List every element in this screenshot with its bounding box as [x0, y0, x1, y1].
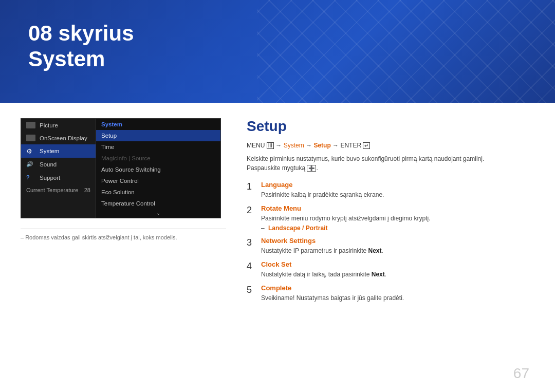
- step-desc-rotate: Pasirinkite meniu rodymo kryptį atsižvel…: [261, 214, 529, 223]
- setup-content: Setup MENU III → System → Setup → ENTER …: [247, 118, 529, 308]
- step-desc-complete: Sveikiname! Nustatymas baigtas ir jūs ga…: [261, 293, 529, 303]
- page-number: 67: [513, 365, 529, 382]
- step-number-4: 4: [247, 260, 255, 272]
- picture-icon: [26, 122, 35, 128]
- step-content-3: Network Settings Nustatykite IP parametr…: [261, 237, 529, 255]
- step-item-1: 1 Language Pasirinkite kalbą ir pradėkit…: [247, 181, 529, 199]
- main-content: Picture OnScreen Display System Sound Su…: [0, 103, 555, 318]
- osd-item-onscreen[interactable]: OnScreen Display: [21, 132, 96, 144]
- onscreen-icon: [26, 135, 35, 141]
- step-label-complete: Complete: [261, 284, 529, 292]
- osd-left-panel: Picture OnScreen Display System Sound Su…: [21, 119, 96, 218]
- menu-path-system: System: [284, 142, 304, 149]
- header-title-block: 08 skyrius System: [0, 0, 555, 72]
- step-desc-network: Nustatykite IP parametrus ir pasirinkite…: [261, 246, 529, 255]
- osd-right-item-time[interactable]: Time: [96, 141, 220, 153]
- step-label-network: Network Settings: [261, 237, 529, 245]
- osd-right-item-ecosolution[interactable]: Eco Solution: [96, 186, 220, 198]
- step-content-5: Complete Sveikiname! Nustatymas baigtas …: [261, 284, 529, 303]
- osd-temp-value: 28: [84, 187, 90, 193]
- osd-label-picture: Picture: [40, 122, 58, 128]
- osd-item-support[interactable]: Support: [21, 171, 96, 184]
- osd-label-support: Support: [40, 175, 60, 181]
- step-label-language: Language: [261, 181, 529, 189]
- osd-item-picture[interactable]: Picture: [21, 119, 96, 132]
- osd-menu: Picture OnScreen Display System Sound Su…: [21, 118, 221, 218]
- menu-path-arrow3: → ENTER: [332, 142, 363, 149]
- osd-note-text: – Rodomas vaizdas gali skirtis atsižvelg…: [21, 234, 226, 240]
- header: 08 skyrius System: [0, 0, 555, 103]
- step-number-1: 1: [247, 181, 255, 193]
- setup-title: Setup: [247, 118, 529, 135]
- menu-path-setup: Setup: [313, 142, 330, 149]
- osd-right-item-tempcontrol[interactable]: Temperature Control: [96, 198, 220, 209]
- menu-path-text: MENU: [247, 142, 267, 149]
- step-number-2: 2: [247, 204, 255, 216]
- osd-item-system[interactable]: System: [21, 144, 96, 158]
- osd-container: Picture OnScreen Display System Sound Su…: [21, 118, 226, 308]
- osd-label-system: System: [40, 148, 59, 154]
- step-label-clockset: Clock Set: [261, 260, 529, 268]
- step-desc-clockset: Nustatykite datą ir laiką, tada pasirink…: [261, 270, 529, 279]
- system-icon: [26, 147, 35, 155]
- menu-path-enter-box: ↵: [363, 142, 370, 149]
- chapter-heading: 08 skyrius System: [28, 21, 555, 72]
- step-item-2: 2 Rotate Menu Pasirinkite meniu rodymo k…: [247, 204, 529, 232]
- osd-right-title: System: [96, 119, 220, 130]
- step-number-5: 5: [247, 284, 255, 296]
- landscape-portrait: Landscape / Portrait: [268, 225, 327, 232]
- step-item-3: 3 Network Settings Nustatykite IP parame…: [247, 237, 529, 255]
- step-list: 1 Language Pasirinkite kalbą ir pradėkit…: [247, 181, 529, 303]
- menu-path: MENU III → System → Setup → ENTER ↵: [247, 142, 529, 149]
- osd-temp-row: Current Temperature 28: [21, 184, 96, 196]
- chapter-title: System: [28, 46, 555, 72]
- osd-item-sound[interactable]: Sound: [21, 158, 96, 171]
- osd-temp-label: Current Temperature: [26, 187, 78, 193]
- step-item-5: 5 Complete Sveikiname! Nustatymas baigta…: [247, 284, 529, 303]
- osd-chevron-down: ⌄: [96, 209, 220, 217]
- osd-right-panel: System Setup Time MagicInfo | Source Aut…: [96, 119, 220, 218]
- osd-right-item-magicinfo: MagicInfo | Source: [96, 153, 220, 164]
- setup-description: Keiskite pirminius nustatymus, kurie buv…: [247, 154, 529, 173]
- step-number-3: 3: [247, 237, 255, 249]
- osd-note: – Rodomas vaizdas gali skirtis atsižvelg…: [21, 229, 226, 240]
- step-item-4: 4 Clock Set Nustatykite datą ir laiką, t…: [247, 260, 529, 279]
- step-content-1: Language Pasirinkite kalbą ir pradėkite …: [261, 181, 529, 199]
- help-icon: [26, 174, 35, 181]
- sound-icon: [26, 161, 35, 168]
- menu-path-box: III: [267, 142, 274, 149]
- step-content-4: Clock Set Nustatykite datą ir laiką, tad…: [261, 260, 529, 279]
- step-desc-language: Pasirinkite kalbą ir pradėkite sąranką e…: [261, 190, 529, 199]
- osd-label-onscreen: OnScreen Display: [40, 135, 87, 141]
- osd-right-item-powercontrol[interactable]: Power Control: [96, 175, 220, 186]
- chapter-number: 08 skyrius: [28, 21, 555, 46]
- menu-path-arrow1: →: [275, 142, 283, 149]
- step-content-2: Rotate Menu Pasirinkite meniu rodymo kry…: [261, 204, 529, 232]
- step-label-rotate: Rotate Menu: [261, 204, 529, 212]
- osd-label-sound: Sound: [40, 161, 57, 167]
- osd-right-item-autosource[interactable]: Auto Source Switching: [96, 164, 220, 175]
- step-sub-rotate: – Landscape / Portrait: [261, 225, 529, 232]
- osd-right-item-setup[interactable]: Setup: [96, 130, 220, 141]
- menu-path-arrow2: →: [306, 142, 313, 149]
